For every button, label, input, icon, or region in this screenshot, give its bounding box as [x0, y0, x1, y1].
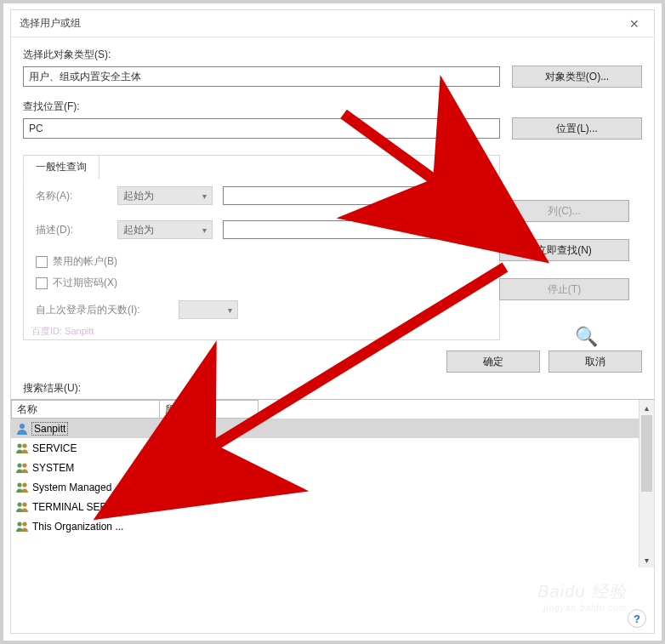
chevron-down-icon: ▾	[228, 305, 232, 315]
result-folder-cell[interactable]	[160, 438, 639, 458]
location-input[interactable]	[23, 118, 500, 139]
chevron-down-icon: ▾	[202, 191, 207, 201]
svg-point-7	[17, 502, 21, 506]
non-expiring-password-checkbox[interactable]: 不过期密码(X)	[36, 276, 487, 290]
svg-point-8	[22, 502, 26, 506]
result-row[interactable]: This Organization ...	[11, 516, 160, 536]
find-now-button[interactable]: 立即查找(N)	[499, 239, 629, 261]
svg-point-3	[17, 463, 21, 467]
common-queries-tab[interactable]: 一般性查询	[23, 155, 99, 180]
scroll-up-icon[interactable]: ▴	[639, 400, 654, 415]
svg-point-2	[22, 443, 26, 447]
select-user-dialog: 选择用户或组 ✕ 选择此对象类型(S): 对象类型(O)... 查找位置(F):…	[10, 9, 655, 634]
days-since-login-select[interactable]: ▾	[179, 300, 238, 319]
scroll-thumb[interactable]	[641, 415, 652, 492]
name-mode-select[interactable]: 起始为▾	[117, 186, 213, 205]
result-row[interactable]: System Managed ...	[11, 477, 160, 497]
description-mode-select[interactable]: 起始为▾	[117, 220, 213, 239]
stop-button[interactable]: 停止(T)	[499, 278, 629, 300]
disabled-accounts-checkbox[interactable]: 禁用的帐户(B)	[36, 254, 487, 269]
help-icon[interactable]: ?	[628, 609, 646, 628]
svg-point-0	[20, 424, 25, 429]
results-scrollbar[interactable]: ▴ ▾	[639, 400, 654, 567]
svg-point-1	[17, 443, 21, 447]
result-folder-cell[interactable]	[160, 458, 639, 477]
column-header-folder[interactable]: 所在文件夹	[160, 400, 259, 419]
group-icon	[15, 461, 29, 475]
result-folder-cell[interactable]: PC	[160, 477, 639, 497]
group-icon	[15, 520, 29, 533]
search-results-list[interactable]: 名称 SanpittSERVICESYSTEMSystem Managed ..…	[11, 399, 654, 567]
result-folder-cell[interactable]	[160, 497, 639, 516]
group-icon	[15, 442, 29, 455]
name-input[interactable]	[223, 186, 487, 205]
result-row[interactable]: SERVICE	[11, 438, 160, 458]
chevron-down-icon: ▾	[202, 225, 207, 235]
window-title: 选择用户或组	[20, 16, 81, 31]
location-label: 查找位置(F):	[23, 100, 642, 114]
group-icon	[15, 500, 29, 514]
result-folder-cell[interactable]: PC	[160, 419, 639, 438]
name-field-label: 名称(A):	[36, 189, 117, 203]
object-types-button[interactable]: 对象类型(O)...	[512, 66, 642, 88]
baidu-watermark: Baidu 经验jingyan.baidu.com	[537, 580, 627, 613]
svg-point-10	[22, 521, 26, 526]
object-type-label: 选择此对象类型(S):	[23, 48, 642, 62]
user-icon	[15, 422, 29, 436]
result-row[interactable]: SYSTEM	[11, 458, 160, 477]
ok-button[interactable]: 确定	[446, 350, 540, 373]
columns-button[interactable]: 列(C)...	[499, 200, 629, 222]
titlebar: 选择用户或组 ✕	[11, 10, 654, 37]
group-icon	[15, 481, 29, 494]
search-icon: 🔍	[575, 326, 598, 348]
column-header-name[interactable]: 名称	[11, 400, 160, 419]
svg-point-6	[22, 482, 26, 487]
object-type-input[interactable]	[23, 66, 500, 87]
svg-point-9	[17, 521, 21, 526]
scroll-down-icon[interactable]: ▾	[639, 552, 654, 567]
result-row[interactable]: TERMINAL SERVE...	[11, 497, 160, 516]
result-row[interactable]: Sanpitt	[11, 419, 160, 438]
svg-point-5	[17, 482, 21, 487]
cancel-button[interactable]: 取消	[548, 350, 642, 373]
locations-button[interactable]: 位置(L)...	[512, 117, 642, 140]
result-folder-cell[interactable]	[160, 516, 639, 536]
search-results-label: 搜索结果(U):	[11, 379, 654, 399]
svg-point-4	[22, 463, 26, 467]
common-queries-group: 一般性查询 列(C)... 立即查找(N) 停止(T) 🔍 名称(A):	[23, 155, 500, 340]
close-button[interactable]: ✕	[615, 10, 654, 37]
description-field-label: 描述(D):	[36, 223, 117, 237]
description-input[interactable]	[223, 220, 487, 239]
days-since-login-label: 自上次登录后的天数(I):	[36, 303, 179, 317]
